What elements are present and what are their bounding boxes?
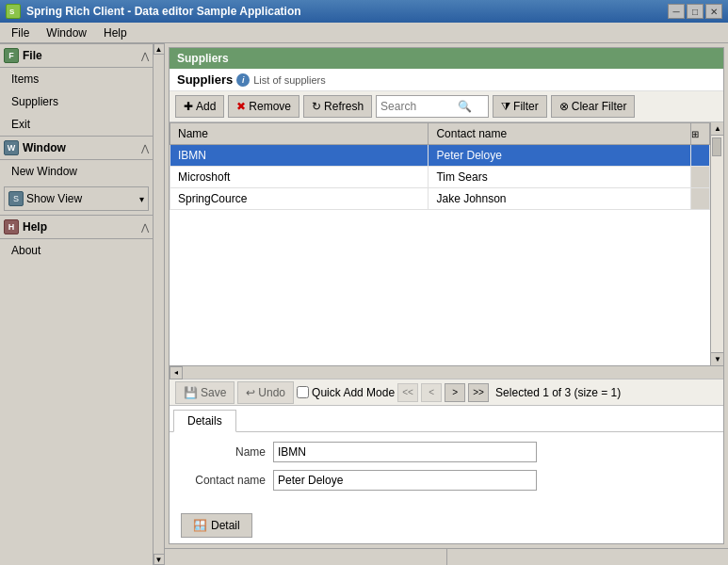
close-button[interactable]: ✕	[705, 4, 722, 19]
show-view-button[interactable]: S Show View ▾	[4, 186, 149, 211]
column-header-name: Name	[170, 123, 429, 145]
refresh-button[interactable]: ↻ Refresh	[303, 95, 372, 118]
sidebar-section-file[interactable]: F File ⋀	[0, 43, 153, 68]
add-icon: ✚	[184, 100, 193, 113]
window-title: Spring Rich Client - Data editor Sample …	[26, 5, 662, 18]
row-1-name[interactable]: IBMN	[170, 145, 429, 167]
sidebar-section-help[interactable]: H Help ⋀	[0, 215, 153, 239]
file-section-arrow: ⋀	[141, 51, 149, 61]
table-row[interactable]: Microshoft Tim Sears	[170, 167, 710, 188]
window-section-label: Window	[23, 141, 141, 154]
menu-window[interactable]: Window	[39, 24, 94, 41]
sidebar-item-about[interactable]: About	[0, 239, 153, 262]
details-tabs: Details	[170, 406, 723, 432]
table-scroll-down-btn[interactable]: ▼	[711, 352, 723, 365]
filter-label: Filter	[513, 100, 539, 113]
save-icon: 💾	[184, 386, 198, 399]
table-row[interactable]: IBMN Peter Deloye	[170, 145, 710, 167]
suppliers-table: Name Contact name ⊞ IBMN	[170, 122, 710, 210]
pagination-status: Selected 1 of 3 (size = 1)	[495, 386, 621, 399]
sidebar-item-items[interactable]: Items	[0, 68, 153, 90]
refresh-icon: ↻	[312, 100, 321, 113]
restore-button[interactable]: □	[687, 4, 704, 19]
window-section-arrow: ⋀	[141, 143, 149, 153]
remove-button[interactable]: ✖ Remove	[228, 95, 299, 118]
contact-name-label: Contact name	[181, 474, 266, 487]
show-view-arrow: ▾	[139, 194, 144, 204]
h-scroll-left-btn[interactable]: ◂	[170, 366, 183, 379]
add-button[interactable]: ✚ Add	[175, 95, 224, 118]
sidebar-scroll-down[interactable]: ▼	[154, 554, 165, 565]
h-scroll-indicator: ◂	[170, 365, 723, 379]
table-row[interactable]: SpringCource Jake Johnson	[170, 188, 710, 210]
sidebar-item-exit[interactable]: Exit	[0, 113, 153, 136]
sidebar-scroll-up[interactable]: ▲	[154, 43, 165, 55]
status-bar	[165, 548, 728, 565]
quick-add-label: Quick Add Mode	[312, 386, 395, 399]
row-2-name[interactable]: Microshoft	[170, 167, 429, 188]
table-scroll-thumb[interactable]	[712, 137, 721, 156]
clear-filter-icon: ⊗	[559, 100, 569, 113]
add-label: Add	[196, 100, 216, 113]
help-section-icon: H	[4, 219, 19, 234]
menu-bar: File Window Help	[0, 23, 728, 43]
first-page-button[interactable]: <<	[397, 383, 418, 402]
detail-btn-icon: 🪟	[193, 519, 207, 532]
suppliers-subtitle: List of suppliers	[253, 74, 325, 86]
last-page-button[interactable]: >>	[468, 383, 489, 402]
details-form: Name Contact name	[170, 432, 723, 508]
undo-label: Undo	[258, 386, 285, 399]
help-section-label: Help	[23, 220, 141, 234]
status-left	[169, 549, 447, 565]
quick-add-checkbox[interactable]	[297, 386, 309, 398]
search-input[interactable]	[380, 100, 456, 113]
suppliers-toolbar: ✚ Add ✖ Remove ↻ Refresh 🔍 ⧩ Filter	[170, 91, 723, 122]
name-field[interactable]	[273, 442, 537, 462]
details-panel: Details Name Contact name 🪟 Detail	[170, 405, 723, 543]
suppliers-header-label: Suppliers	[177, 52, 229, 65]
next-page-button[interactable]: >	[445, 383, 465, 402]
row-3-contact[interactable]: Jake Johnson	[429, 188, 691, 210]
table-v-scrollbar: ▲ ▼	[710, 122, 723, 365]
file-section-icon: F	[4, 48, 19, 63]
filter-button[interactable]: ⧩ Filter	[493, 95, 547, 118]
table-scroll-track	[711, 136, 723, 352]
clear-filter-button[interactable]: ⊗ Clear Filter	[551, 95, 636, 118]
refresh-label: Refresh	[324, 100, 364, 113]
sidebar-section-window[interactable]: W Window ⋀	[0, 136, 153, 160]
remove-icon: ✖	[236, 100, 246, 113]
suppliers-panel-header: Suppliers	[170, 48, 723, 69]
table-scroll-up-btn[interactable]: ▲	[711, 122, 723, 136]
search-box: 🔍	[376, 95, 489, 118]
remove-label: Remove	[249, 100, 291, 113]
search-icon[interactable]: 🔍	[458, 100, 472, 113]
row-3-icon	[691, 188, 710, 210]
minimize-button[interactable]: ─	[668, 4, 685, 19]
menu-file[interactable]: File	[4, 24, 37, 41]
sidebar-item-new-window[interactable]: New Window	[0, 160, 153, 183]
table-container: Name Contact name ⊞ IBMN	[170, 122, 710, 365]
help-section-arrow: ⋀	[141, 222, 149, 233]
tab-details[interactable]: Details	[173, 410, 236, 432]
column-header-contact: Contact name	[429, 123, 691, 145]
sidebar: F File ⋀ Items Suppliers Exit W Window ⋀…	[0, 43, 165, 565]
menu-help[interactable]: Help	[96, 24, 135, 41]
form-row-name: Name	[181, 442, 712, 462]
row-3-name[interactable]: SpringCource	[170, 188, 429, 210]
undo-button[interactable]: ↩ Undo	[237, 381, 294, 404]
detail-button[interactable]: 🪟 Detail	[181, 513, 252, 538]
contact-name-field[interactable]	[273, 470, 537, 491]
suppliers-panel: Suppliers Suppliers i List of suppliers …	[169, 47, 724, 544]
save-button[interactable]: 💾 Save	[175, 381, 235, 404]
file-section-label: File	[23, 49, 141, 62]
pagination-bar: 💾 Save ↩ Undo Quick Add Mode << < > >> S…	[170, 379, 723, 405]
col-settings-icon[interactable]: ⊞	[691, 129, 699, 139]
window-controls: ─ □ ✕	[668, 4, 722, 19]
sidebar-scrollbar: ▲ ▼	[153, 43, 164, 565]
sidebar-item-suppliers[interactable]: Suppliers	[0, 90, 153, 113]
prev-page-button[interactable]: <	[421, 383, 442, 402]
row-1-contact[interactable]: Peter Deloye	[429, 145, 691, 167]
suppliers-title-row: Suppliers i List of suppliers	[170, 69, 723, 91]
row-2-contact[interactable]: Tim Sears	[429, 167, 691, 188]
column-header-icon: ⊞	[691, 123, 710, 145]
